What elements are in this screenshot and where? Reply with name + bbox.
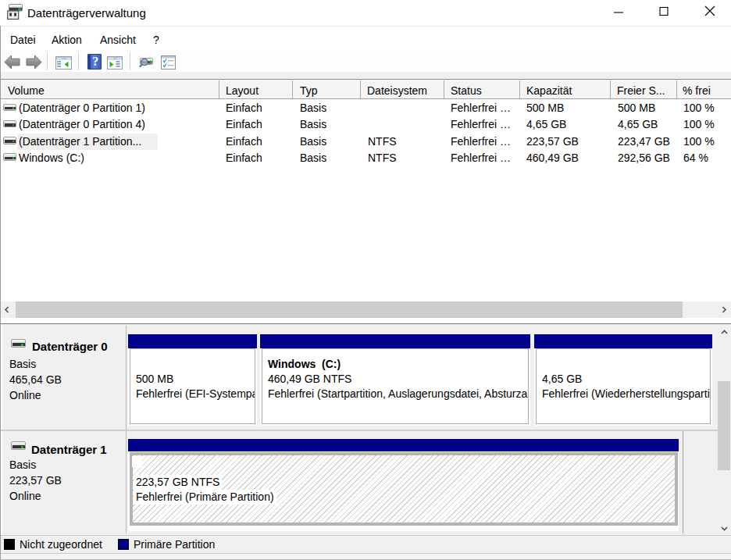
svg-text:?: ? — [92, 55, 98, 68]
